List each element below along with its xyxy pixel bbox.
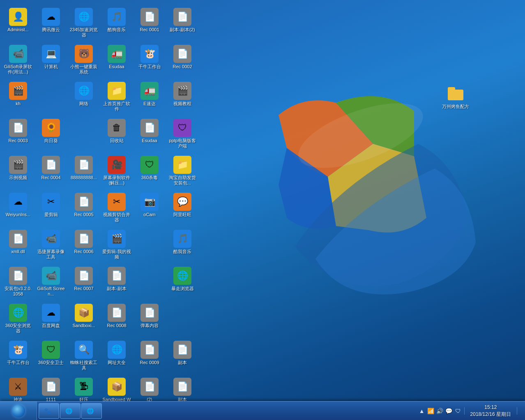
- desktop-icon-label-15: 上首页推广软件: [102, 101, 131, 112]
- desktop-icon-31[interactable]: ✂爱剪辑: [35, 190, 67, 226]
- desktop-icon-55[interactable]: 🛡360安全卫士: [35, 338, 67, 374]
- taskbar-items: 🐾 🌐 🌐: [37, 402, 227, 420]
- desktop-icon-29[interactable]: 📁淘宝自助发货安装包...: [166, 153, 198, 189]
- desktop-icon-14[interactable]: 🌐网络: [68, 79, 100, 115]
- desktop-icon-img-22: 📄: [140, 119, 159, 137]
- show-desktop-btn[interactable]: [517, 407, 523, 415]
- desktop-icon-22[interactable]: 📄Esudaa: [134, 116, 166, 152]
- desktop-icon-8[interactable]: 🐻小熊一键重装系统: [68, 42, 100, 78]
- desktop-icon-label-16: E速达: [143, 101, 155, 106]
- desktop-icon-27[interactable]: 🎥屏幕录制软件(解压...): [101, 153, 133, 189]
- desktop-icon-img-17: 🎬: [173, 82, 191, 100]
- start-button[interactable]: [0, 402, 37, 420]
- desktop-icon-img-32: 📄: [75, 193, 93, 211]
- desktop-icon-57[interactable]: 🌐网址大全: [101, 338, 133, 374]
- desktop-icon-img-16: 🚛: [140, 82, 159, 100]
- desktop-icon-17[interactable]: 🎬视频教程: [166, 79, 198, 115]
- desktop-icon-28[interactable]: 🛡360杀毒: [134, 153, 166, 189]
- desktop-icon-label-37: 迅捷屏幕录像工具: [37, 249, 65, 260]
- desktop-icon-img-11: 📄: [173, 45, 191, 63]
- right-folder-icon[interactable]: 万州烤鱼配方: [440, 82, 472, 118]
- desktop-icon-51[interactable]: 📄Rec 0008: [101, 301, 133, 337]
- desktop-icon-43[interactable]: 📹GiliSoft Screen...: [35, 264, 67, 300]
- desktop-icon-42[interactable]: 📄安装包v3.2.0.1058: [2, 264, 34, 300]
- desktop-icon-label-2: 2345加速浏览器: [69, 27, 98, 38]
- right-folder-label: 万州烤鱼配方: [442, 104, 469, 109]
- desktop-icon-4[interactable]: 📄Rec 0001: [134, 5, 166, 41]
- desktop-icon-label-25: Rec 0004: [41, 175, 60, 180]
- desktop-icon-img-33: ✂: [108, 193, 126, 211]
- desktop-icon-32[interactable]: 📄Rec 0005: [68, 190, 100, 226]
- desktop-icon-label-56: 蜘蛛社搜索工具: [69, 360, 98, 371]
- desktop-icon-50[interactable]: 📦Sandboxi...: [68, 301, 100, 337]
- desktop-icon-24[interactable]: 🎬示例视频: [2, 153, 34, 189]
- desktop-icon-label-5: 副本-副本(2): [170, 27, 195, 32]
- desktop-icon-label-3: 酷狗音乐: [108, 27, 126, 32]
- desktop-icon-img-4: 📄: [140, 8, 159, 26]
- desktop-icon-label-28: 360杀毒: [141, 175, 158, 180]
- desktop-icon-11[interactable]: 📄Rec 0002: [166, 42, 198, 78]
- desktop-icon-23[interactable]: 🛡pptp电脑版客户端: [166, 116, 198, 152]
- tray-icon-volume[interactable]: 🔊: [436, 407, 444, 415]
- desktop-icon-label-49: 百度网盘: [42, 323, 60, 328]
- desktop-icon-54[interactable]: 🐮千牛工作台: [2, 338, 34, 374]
- taskbar-btn-2[interactable]: 🌐: [81, 403, 102, 419]
- desktop-icon-10[interactable]: 🐮千牛工作台: [134, 42, 166, 78]
- clock[interactable]: 15:12 2018/12/16 星期日: [466, 404, 515, 418]
- desktop-icon-41[interactable]: 🎵酷我音乐: [166, 227, 198, 263]
- desktop-icon-21[interactable]: 🗑回收站: [101, 116, 133, 152]
- desktop-icon-47[interactable]: 🌐暴走浏览器: [166, 264, 198, 300]
- desktop-icon-38[interactable]: 📄Rec 0006: [68, 227, 100, 263]
- desktop-icon-30[interactable]: ☁WeiyunIns...: [2, 190, 34, 226]
- desktop-icon-7[interactable]: 💻计算机: [35, 42, 67, 78]
- taskbar-btn-0[interactable]: 🐾: [39, 403, 59, 419]
- desktop-icon-58[interactable]: 📄Rec 0009: [134, 338, 166, 374]
- desktop-icon-49[interactable]: ☁百度网盘: [35, 301, 67, 337]
- desktop-icon-37[interactable]: 📹迅捷屏幕录像工具: [35, 227, 67, 263]
- desktop-icon-label-43: GiliSoft Screen...: [37, 286, 65, 297]
- desktop-icon-15[interactable]: 📁上首页推广软件: [101, 79, 133, 115]
- desktop-icon-59[interactable]: 📄副本: [166, 338, 198, 374]
- desktop-icon-label-54: 千牛工作台: [7, 360, 30, 365]
- desktop-icon-img-45: 📄: [108, 267, 126, 285]
- desktop-icon-12[interactable]: 🎬kh: [2, 79, 34, 115]
- desktop-icon-6[interactable]: 📹GiliSoft录屏软件(用法...): [2, 42, 34, 78]
- desktop-icon-25[interactable]: 📄Rec 0004: [35, 153, 67, 189]
- desktop-icon-56[interactable]: 🔍蜘蛛社搜索工具: [68, 338, 100, 374]
- tray-icon-network[interactable]: 📶: [427, 407, 435, 415]
- desktop-icon-18[interactable]: 📄Rec 0003: [2, 116, 34, 152]
- taskbar: 🐾 🌐 🌐 ▲ 📶 🔊 💬 🛡 15:12 2018/12/16 星期日: [0, 401, 525, 420]
- desktop-icon-5[interactable]: 📄副本-副本(2): [166, 5, 198, 41]
- desktop-icon-48[interactable]: 🌐360安全浏览器: [2, 301, 34, 337]
- desktop-icon-34[interactable]: 📷oCam: [134, 190, 166, 226]
- desktop-icon-33[interactable]: ✂视频剪切合并器: [101, 190, 133, 226]
- desktop-icon-img-19: 🌻: [42, 119, 60, 137]
- desktop-icon-26[interactable]: 📄888888888...: [68, 153, 100, 189]
- desktop-icon-img-31: ✂: [42, 193, 60, 211]
- desktop-icon-0[interactable]: 👤Administ...: [2, 5, 34, 41]
- desktop-icon-39[interactable]: 🎬爱剪辑-我的视频: [101, 227, 133, 263]
- desktop-icon-35[interactable]: 💬阿里旺旺: [166, 190, 198, 226]
- desktop-icon-16[interactable]: 🚛E速达: [134, 79, 166, 115]
- taskbar-btn-1[interactable]: 🌐: [60, 403, 81, 419]
- desktop-icon-img-37: 📹: [42, 230, 60, 248]
- desktop-icon-label-7: 计算机: [44, 64, 58, 69]
- desktop-icon-52[interactable]: 📄弹幕内容: [134, 301, 166, 337]
- desktop-icon-44[interactable]: 📄Rec 0007: [68, 264, 100, 300]
- desktop-icon-img-0: 👤: [9, 8, 27, 26]
- tray-icon-security[interactable]: 🛡: [454, 407, 462, 415]
- desktop-icon-36[interactable]: 📄xmll.dll: [2, 227, 34, 263]
- desktop-icon-1[interactable]: ☁腾讯微云: [35, 5, 67, 41]
- tray-icon-msg[interactable]: 💬: [445, 407, 453, 415]
- tray-icon-arrow[interactable]: ▲: [418, 407, 426, 415]
- desktop-icon-label-42: 安装包v3.2.0.1058: [4, 286, 32, 297]
- desktop-icon-3[interactable]: 🎵酷狗音乐: [101, 5, 133, 41]
- desktop-icon-img-3: 🎵: [108, 8, 126, 26]
- desktop-icon-img-39: 🎬: [108, 230, 126, 248]
- desktop-icon-45[interactable]: 📄副本-副本: [101, 264, 133, 300]
- desktop-icon-img-1: ☁: [42, 8, 60, 26]
- desktop-icon-img-49: ☁: [42, 304, 60, 322]
- desktop-icon-19[interactable]: 🌻向日葵: [35, 116, 67, 152]
- desktop-icon-9[interactable]: 🚛Esudaa: [101, 42, 133, 78]
- desktop-icon-2[interactable]: 🌐2345加速浏览器: [68, 5, 100, 41]
